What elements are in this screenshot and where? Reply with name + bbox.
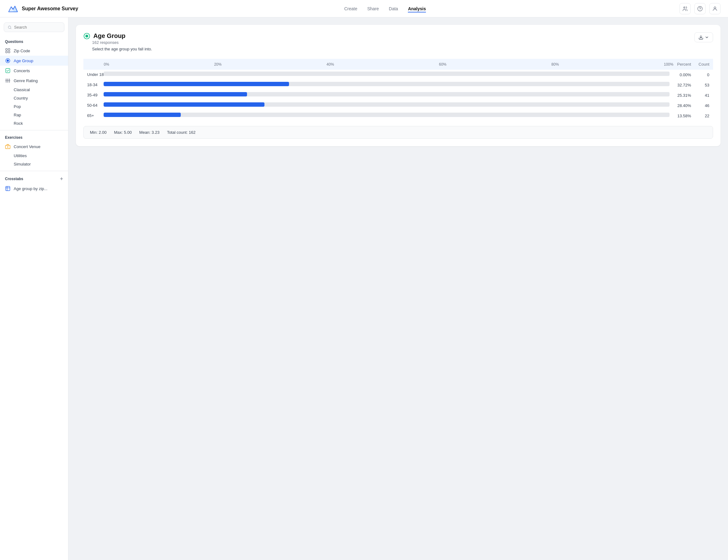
row-label: 65+ — [87, 113, 104, 119]
svg-point-24 — [9, 82, 10, 82]
svg-point-17 — [7, 80, 8, 81]
sidebar-label-age-group: Age Group — [14, 58, 33, 63]
svg-point-4 — [698, 6, 702, 11]
crosstabs-header: Crosstabs + — [0, 174, 68, 184]
help-button[interactable] — [694, 3, 706, 14]
axis-100: 100% — [664, 62, 674, 67]
venue-icon — [5, 144, 11, 149]
sidebar-sub-pop[interactable]: Pop — [0, 102, 68, 111]
app-title: Super Awesome Survey — [22, 6, 78, 12]
chevron-down-icon — [705, 35, 709, 40]
download-button[interactable] — [694, 32, 713, 42]
sidebar-sub-classical[interactable]: Classical — [0, 86, 68, 94]
divider-2 — [0, 171, 68, 171]
svg-point-3 — [684, 7, 685, 8]
bar-fill — [104, 82, 289, 86]
bar-cell — [104, 70, 673, 80]
bar-container — [104, 113, 670, 117]
logo-icon — [7, 3, 19, 14]
bar-container — [104, 82, 670, 86]
sidebar-sub-simulator[interactable]: Simulator — [0, 160, 68, 168]
sidebar-sub-rap[interactable]: Rap — [0, 111, 68, 119]
sidebar-item-concerts[interactable]: Concerts — [0, 66, 68, 76]
add-crosstab-button[interactable]: + — [60, 176, 63, 182]
row-label-cell: 18-34 — [83, 80, 104, 90]
help-icon — [697, 6, 703, 12]
table-row: 35-49 25.31% 41 — [83, 90, 713, 100]
download-icon — [698, 35, 703, 40]
bar-fill — [104, 113, 180, 117]
stat-mean: Mean: 3.23 — [139, 130, 160, 135]
count-value: 22 — [695, 111, 713, 121]
nav-analysis[interactable]: Analysis — [408, 5, 426, 12]
card-title: Age Group — [93, 32, 125, 40]
count-header: Count — [695, 59, 713, 70]
sidebar-sub-country[interactable]: Country — [0, 94, 68, 102]
count-value: 46 — [695, 100, 713, 111]
app-logo[interactable]: Super Awesome Survey — [7, 3, 78, 14]
row-label: Under 18 — [87, 72, 104, 77]
bar-container — [104, 72, 670, 76]
search-box[interactable] — [4, 22, 64, 32]
bar-fill — [104, 92, 247, 96]
sidebar-label-concert-venue: Concert Venue — [14, 144, 40, 149]
user-button[interactable] — [709, 3, 721, 14]
svg-point-20 — [7, 79, 8, 80]
user-icon — [712, 6, 718, 12]
bar-cell — [104, 80, 673, 90]
count-value: 41 — [695, 90, 713, 100]
sidebar-item-zip-code[interactable]: Zip Code — [0, 46, 68, 56]
sidebar-sub-rock[interactable]: Rock — [0, 119, 68, 128]
sidebar-item-age-group-by-zip[interactable]: Age group by zip... — [0, 184, 68, 194]
percent-value: 13.58% — [673, 111, 695, 121]
row-label-cell: 65+ — [83, 111, 104, 121]
sidebar-sub-utilities[interactable]: Utilities — [0, 152, 68, 160]
svg-point-23 — [7, 82, 8, 82]
row-label-cell: 50-64 — [83, 100, 104, 111]
search-input[interactable] — [14, 25, 60, 30]
card-title-section: Age Group 162 responses Select the age g… — [83, 32, 152, 58]
sidebar-label-genre-rating: Genre Rating — [14, 78, 38, 83]
percent-value: 28.40% — [673, 100, 695, 111]
users-button[interactable] — [679, 3, 691, 14]
bar-cell — [104, 90, 673, 100]
sidebar-item-concert-venue[interactable]: Concert Venue — [0, 142, 68, 152]
analysis-card: Age Group 162 responses Select the age g… — [76, 25, 721, 146]
svg-point-14 — [7, 60, 9, 62]
bar-fill — [104, 102, 264, 107]
sidebar-label-age-group-by-zip: Age group by zip... — [14, 186, 47, 191]
zip-icon — [5, 48, 11, 54]
nav-share[interactable]: Share — [367, 5, 379, 12]
nav-data[interactable]: Data — [389, 5, 398, 12]
count-value: 53 — [695, 80, 713, 90]
sidebar-item-genre-rating[interactable]: Genre Rating — [0, 76, 68, 86]
bar-cell — [104, 100, 673, 111]
crosstabs-label: Crosstabs — [5, 177, 23, 181]
card-header: Age Group 162 responses Select the age g… — [83, 32, 713, 58]
stat-max: Max: 5.00 — [114, 130, 132, 135]
topnav-actions — [679, 3, 721, 14]
percent-value: 32.72% — [673, 80, 695, 90]
card-subtitle: Select the age group you fall into. — [92, 47, 152, 51]
stat-min: Min: 2.00 — [90, 130, 106, 135]
axis-0: 0% — [104, 62, 109, 67]
table-row: Under 18 0.00% 0 — [83, 70, 713, 80]
sidebar-label-zip-code: Zip Code — [14, 49, 30, 53]
stats-row: Min: 2.00 Max: 5.00 Mean: 3.23 Total cou… — [83, 126, 713, 139]
rating-icon — [5, 78, 11, 83]
svg-rect-9 — [6, 49, 7, 50]
bar-container — [104, 102, 670, 107]
row-label: 35-49 — [87, 93, 104, 98]
stat-total: Total count: 162 — [167, 130, 196, 135]
nav-create[interactable]: Create — [344, 5, 357, 12]
sidebar-item-age-group[interactable]: Age Group — [0, 56, 68, 66]
card-responses: 162 responses — [92, 40, 152, 45]
empty-header — [83, 59, 104, 70]
sidebar-label-concerts: Concerts — [14, 68, 30, 73]
row-label-cell: Under 18 — [83, 70, 104, 80]
svg-rect-12 — [8, 51, 10, 53]
exercises-section-label: Exercises — [0, 133, 68, 142]
svg-rect-15 — [6, 68, 10, 73]
axis-80: 80% — [551, 62, 559, 67]
row-label-cell: 35-49 — [83, 90, 104, 100]
